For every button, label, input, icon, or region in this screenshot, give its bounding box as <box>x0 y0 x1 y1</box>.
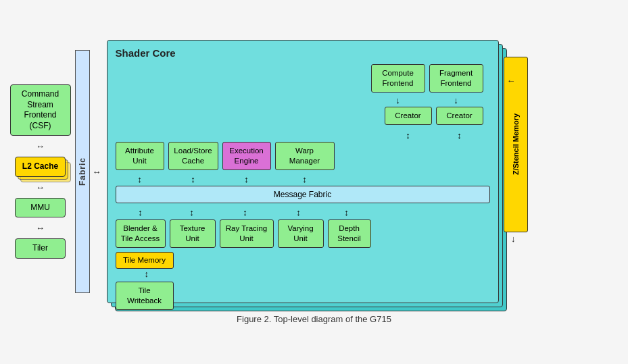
l2-box: L2 Cache <box>15 157 66 177</box>
creator2-down-arrow: ↕ <box>436 130 483 140</box>
tile-memory-box: Tile Memory <box>116 252 174 269</box>
creator1-label: Creator <box>395 111 420 120</box>
blender-tile-access-box: Blender & Tile Access <box>116 219 166 248</box>
tiler-box: Tiler <box>15 238 66 259</box>
message-fabric-label: Message Fabric <box>274 190 331 199</box>
shader-core-main: Shader Core Compute Frontend Fragment Fr… <box>107 40 499 303</box>
fragment-down-arrow: ↓ <box>429 95 483 105</box>
l2-arrow: ↔ <box>36 182 45 192</box>
fabric-down-arrows: ↕ ↕ ↕ ↕ ↕ <box>116 207 490 217</box>
load-store-cache-label: Load/Store Cache <box>174 147 212 165</box>
frontend-row: Compute Frontend Fragment Frontend <box>116 64 490 93</box>
compute-frontend-label: Compute Frontend <box>382 69 414 87</box>
varying-unit-box: Varying Unit <box>278 219 324 248</box>
creator2-box: Creator <box>436 107 483 125</box>
tile-memory-row: Tile Memory <box>116 252 490 269</box>
compute-frontend-box: Compute Frontend <box>371 64 425 93</box>
shader-core-title: Shader Core <box>116 47 490 59</box>
z-stencil-down-arrow: ↓ <box>511 234 516 244</box>
fabric-label: Fabric <box>78 157 87 186</box>
fragment-to-z-arrow: ← <box>507 76 516 86</box>
tile-memory-label: Tile Memory <box>123 256 166 264</box>
mmu-box: MMU <box>15 198 66 218</box>
texture-unit-box: Texture Unit <box>170 219 216 248</box>
wm-down-arrow: ↕ <box>275 174 335 184</box>
attribute-unit-label: Attribute Unit <box>125 147 154 165</box>
tiler-label: Tiler <box>32 243 48 253</box>
message-fabric-bar: Message Fabric <box>116 186 490 203</box>
fabric-to-shader-arrow: ↔ <box>93 167 101 177</box>
texture-unit-label: Texture Unit <box>180 224 206 242</box>
attribute-unit-box: Attribute Unit <box>116 142 164 170</box>
bt-down-arrow: ↕ <box>116 207 166 217</box>
left-column: Command Stream Frontend (CSF) ↔ L2 Cache… <box>10 84 71 259</box>
attr-down-arrow: ↕ <box>116 174 164 184</box>
creator-row: Creator Creator <box>116 107 490 125</box>
ray-tracing-unit-box: Ray Tracing Unit <box>220 219 274 248</box>
ds-down-arrow: ↕ <box>325 207 368 217</box>
diagram-container: Command Stream Frontend (CSF) ↔ L2 Cache… <box>10 40 619 324</box>
fabric-bar: Fabric <box>75 50 90 293</box>
frontend-down-arrows: ↓ ↓ <box>116 95 490 105</box>
z-stencil-memory-label: Z/Stencil Memory <box>512 113 520 175</box>
creator1-box: Creator <box>385 107 432 125</box>
tile-writeback-label: Tile Writeback <box>127 286 162 305</box>
tu-down-arrow: ↕ <box>169 207 215 217</box>
bottom-row: Blender & Tile Access Texture Unit Ray T… <box>116 219 490 248</box>
mmu-arrow: ↔ <box>36 223 45 233</box>
tile-writeback-box: Tile Writeback <box>116 282 174 310</box>
depth-stencil-box: Depth Stencil <box>328 219 371 248</box>
csf-box: Command Stream Frontend (CSF) <box>10 84 71 136</box>
mid-row: Attribute Unit Load/Store Cache Executio… <box>116 142 490 170</box>
figure-caption: Figure 2. Top-level diagram of the G715 <box>237 314 391 324</box>
compute-down-arrow: ↓ <box>371 95 425 105</box>
execution-engine-label: Execution Engine <box>229 147 264 165</box>
rt-down-arrow: ↕ <box>218 207 272 217</box>
creator2-label: Creator <box>446 111 472 120</box>
ray-tracing-unit-label: Ray Tracing Unit <box>226 224 267 242</box>
csf-arrow: ↔ <box>36 141 45 151</box>
creator-down-arrows: ↕ ↕ <box>116 130 490 140</box>
diagram-area: Command Stream Frontend (CSF) ↔ L2 Cache… <box>10 40 619 303</box>
load-store-cache-box: Load/Store Cache <box>168 142 218 170</box>
tile-mem-arrow: ↕ <box>145 269 490 280</box>
warp-manager-label: Warp Manager <box>289 147 320 165</box>
warp-manager-box: Warp Manager <box>275 142 335 170</box>
fabric-column: Fabric <box>75 43 90 300</box>
ee-down-arrow: ↕ <box>222 174 271 184</box>
mid-down-arrows: ↕ ↕ ↕ ↕ <box>116 174 490 184</box>
mmu-label: MMU <box>30 203 50 212</box>
l2-label: L2 Cache <box>22 161 58 171</box>
blender-tile-access-label: Blender & Tile Access <box>121 224 160 242</box>
depth-stencil-label: Depth Stencil <box>337 224 361 242</box>
vu-down-arrow: ↕ <box>276 207 322 217</box>
creator1-down-arrow: ↕ <box>385 130 432 140</box>
fragment-frontend-label: Fragment Frontend <box>439 69 473 87</box>
csf-label: Command Stream Frontend (CSF) <box>22 89 59 130</box>
message-fabric-row: Message Fabric <box>116 186 490 203</box>
varying-unit-label: Varying Unit <box>287 224 313 242</box>
shader-core-wrapper: Shader Core Compute Frontend Fragment Fr… <box>107 40 499 303</box>
tile-writeback-row: Tile Writeback <box>116 282 490 310</box>
fragment-frontend-box: Fragment Frontend <box>429 64 483 93</box>
execution-engine-box: Execution Engine <box>222 142 271 170</box>
ls-down-arrow: ↕ <box>168 174 218 184</box>
